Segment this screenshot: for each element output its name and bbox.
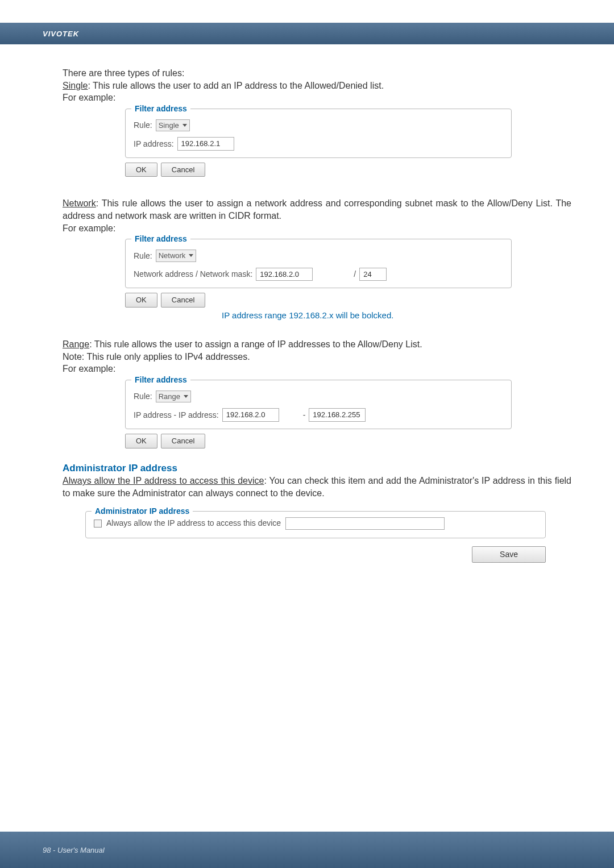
ip-label: IP address: <box>134 139 174 149</box>
network-addr-label: Network address / Network mask: <box>134 269 252 280</box>
cancel-button[interactable]: Cancel <box>161 163 205 177</box>
range-addr-row: IP address - IP address: 192.168.2.0 - 1… <box>134 408 503 422</box>
admin-desc: Always allow the IP address to access th… <box>63 475 571 499</box>
rule-select-value: Range <box>159 392 180 402</box>
rule-select-value: Single <box>159 121 179 131</box>
range-line: Range: This rule allows the user to assi… <box>63 338 571 351</box>
rule-select[interactable]: Single <box>156 119 190 132</box>
admin-ip-fieldset: Administrator IP address Always allow th… <box>85 511 546 538</box>
footer-text: 98 - User's Manual <box>43 846 105 854</box>
page-content: There are three types of rules: Single: … <box>0 44 614 563</box>
always-allow-checkbox[interactable] <box>94 520 102 528</box>
fieldset-legend: Filter address <box>131 234 190 244</box>
cancel-button[interactable]: Cancel <box>161 434 205 448</box>
intro-line: There are three types of rules: <box>63 67 571 80</box>
button-row-single: OK Cancel <box>125 163 571 177</box>
single-desc: : This rule allows the user to add an IP… <box>88 81 384 90</box>
button-row-network: OK Cancel <box>125 293 571 308</box>
rule-row: Rule: Network <box>134 250 503 262</box>
chevron-down-icon <box>182 124 187 127</box>
admin-checkbox-row: Always allow the IP address to access th… <box>94 517 537 530</box>
ok-button[interactable]: OK <box>125 163 157 177</box>
range-label: Range <box>63 339 89 349</box>
always-allow-label: Always allow the IP address to access th… <box>106 518 281 529</box>
range-addr-label: IP address - IP address: <box>134 410 219 421</box>
network-mask-input[interactable]: 24 <box>359 268 387 281</box>
ip-from-input[interactable]: 192.168.2.0 <box>222 408 279 422</box>
ok-button[interactable]: OK <box>125 434 157 448</box>
rule-row: Rule: Single <box>134 119 503 132</box>
single-line: Single: This rule allows the user to add… <box>63 80 571 92</box>
network-desc: : This rule allows the user to assign a … <box>63 198 571 221</box>
range-desc: : This rule allows the user to assign a … <box>89 339 422 349</box>
for-example-1: For example: <box>63 92 571 104</box>
admin-ip-title: Administrator IP address <box>63 462 571 475</box>
save-button[interactable]: Save <box>472 546 546 563</box>
range-note: Note: This rule only applies to IPv4 add… <box>63 351 571 363</box>
rule-select-value: Network <box>159 251 186 261</box>
chevron-down-icon <box>184 395 188 398</box>
rule-label: Rule: <box>134 391 152 402</box>
network-address-input[interactable]: 192.168.2.0 <box>256 268 313 281</box>
network-line: Network: This rule allows the user to as… <box>63 197 571 222</box>
admin-ip-input[interactable] <box>285 517 445 530</box>
fieldset-legend: Filter address <box>131 375 190 385</box>
ip-range-note: IP address range 192.168.2.x will be bol… <box>222 310 571 321</box>
dash-label: - <box>303 410 306 421</box>
slash-label: / <box>354 269 356 280</box>
rule-select[interactable]: Range <box>156 391 191 403</box>
page-footer: 98 - User's Manual <box>0 832 614 868</box>
rule-select[interactable]: Network <box>156 250 197 262</box>
rule-label: Rule: <box>134 120 152 131</box>
rule-label: Rule: <box>134 251 152 261</box>
fieldset-legend: Filter address <box>131 103 190 114</box>
filter-address-network-fieldset: Filter address Rule: Network Network add… <box>125 239 512 288</box>
button-row-range: OK Cancel <box>125 434 571 448</box>
ok-button[interactable]: OK <box>125 293 157 308</box>
for-example-3: For example: <box>63 363 571 375</box>
network-addr-row: Network address / Network mask: 192.168.… <box>134 268 503 281</box>
ip-address-input[interactable]: 192.168.2.1 <box>177 137 234 151</box>
rule-row: Rule: Range <box>134 391 503 403</box>
ip-to-input[interactable]: 192.168.2.255 <box>309 408 366 422</box>
network-label: Network <box>63 198 96 208</box>
chevron-down-icon <box>189 254 193 257</box>
admin-always-label: Always allow the IP address to access th… <box>63 476 264 485</box>
page-header: VIVOTEK <box>0 23 614 44</box>
for-example-2: For example: <box>63 222 571 235</box>
brand-label: VIVOTEK <box>43 30 79 38</box>
admin-fieldset-legend: Administrator IP address <box>92 506 193 517</box>
single-label: Single <box>63 81 88 90</box>
cancel-button[interactable]: Cancel <box>161 293 205 308</box>
filter-address-range-fieldset: Filter address Rule: Range IP address - … <box>125 380 512 429</box>
save-row: Save <box>85 546 546 563</box>
filter-address-single-fieldset: Filter address Rule: Single IP address: … <box>125 109 512 158</box>
ip-row: IP address: 192.168.2.1 <box>134 137 503 151</box>
